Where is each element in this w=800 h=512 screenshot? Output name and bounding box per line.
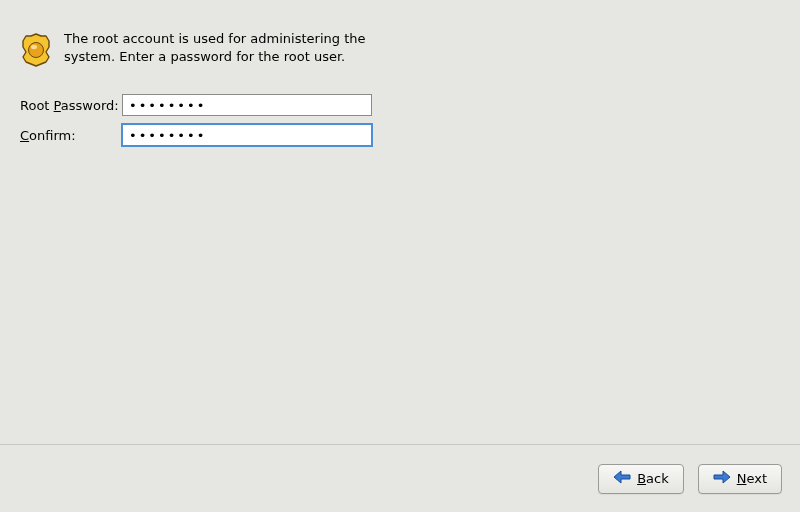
header-block: The root account is used for administeri… xyxy=(20,30,374,68)
confirm-password-label: Confirm: xyxy=(20,128,122,143)
svg-point-1 xyxy=(31,45,37,49)
password-form: Root Password: Confirm: xyxy=(20,94,372,154)
svg-point-0 xyxy=(29,43,44,58)
arrow-left-icon xyxy=(613,470,637,487)
next-button-label: Next xyxy=(737,471,767,486)
confirm-password-input[interactable] xyxy=(122,124,372,146)
next-button[interactable]: Next xyxy=(698,464,782,494)
root-password-label: Root Password: xyxy=(20,98,122,113)
installer-root-password-page: The root account is used for administeri… xyxy=(0,0,800,512)
confirm-password-row: Confirm: xyxy=(20,124,372,146)
arrow-right-icon xyxy=(713,470,737,487)
back-button[interactable]: Back xyxy=(598,464,684,494)
root-password-input[interactable] xyxy=(122,94,372,116)
footer-bar: Back Next xyxy=(0,444,800,512)
root-password-row: Root Password: xyxy=(20,94,372,116)
security-badge-icon xyxy=(20,32,52,68)
instructions-text: The root account is used for administeri… xyxy=(64,30,374,65)
back-button-label: Back xyxy=(637,471,669,486)
